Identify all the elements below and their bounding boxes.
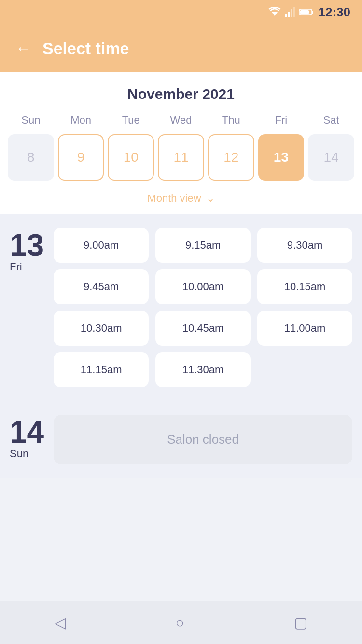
time-slot-930am[interactable]: 9.30am <box>257 228 352 263</box>
svg-rect-6 <box>312 11 313 14</box>
time-slot-1115am[interactable]: 11.15am <box>54 352 149 387</box>
salon-closed-message: Salon closed <box>54 415 352 464</box>
wifi-icon <box>268 7 281 17</box>
day-14-number: 14 <box>10 417 44 448</box>
day-cell-9[interactable]: 9 <box>58 134 104 181</box>
day-header-thu: Thu <box>208 114 254 130</box>
svg-marker-0 <box>272 12 278 16</box>
page-title: Select time <box>42 39 129 58</box>
chevron-down-icon: ⌄ <box>206 192 215 205</box>
day-14-label-block: 14 Sun <box>10 415 44 460</box>
day-13-label-block: 13 Fri <box>10 228 44 273</box>
time-slot-1100am[interactable]: 11.00am <box>257 311 352 346</box>
month-year-title: November 2021 <box>8 86 354 102</box>
status-icons <box>268 7 314 17</box>
day-cell-11[interactable]: 11 <box>158 134 204 181</box>
svg-rect-4 <box>293 7 295 17</box>
calendar-section: November 2021 Sun Mon Tue Wed Thu Fri Sa… <box>0 72 362 214</box>
time-slot-1015am[interactable]: 10.15am <box>257 269 352 304</box>
day-header-sat: Sat <box>308 114 354 130</box>
day-cell-13[interactable]: 13 <box>258 134 305 181</box>
time-slot-1000am[interactable]: 10.00am <box>155 269 251 304</box>
day-14-name: Sun <box>10 448 28 460</box>
time-slot-1130am[interactable]: 11.30am <box>155 352 251 387</box>
month-view-toggle[interactable]: Month view ⌄ <box>8 188 354 207</box>
status-time: 12:30 <box>319 5 351 20</box>
day-14-section: 14 Sun Salon closed <box>0 401 362 478</box>
time-slots-grid-13: 9.00am 9.15am 9.30am 9.45am 10.00am 10.1… <box>54 228 352 387</box>
time-slot-945am[interactable]: 9.45am <box>54 269 149 304</box>
day-header-fri: Fri <box>258 114 305 130</box>
back-button[interactable]: ← <box>15 41 31 56</box>
day-13-content-row: 13 Fri 9.00am 9.15am 9.30am 9.45am 10.00… <box>10 228 352 387</box>
bottom-nav: ◁ ○ ▢ <box>0 601 362 644</box>
day-header-wed: Wed <box>158 114 204 130</box>
svg-rect-1 <box>285 14 287 17</box>
signal-icon <box>285 7 295 17</box>
svg-rect-7 <box>300 10 309 14</box>
day-cell-12[interactable]: 12 <box>208 134 254 181</box>
day-14-content-row: 14 Sun Salon closed <box>10 415 352 464</box>
day-13-number: 13 <box>10 230 44 261</box>
day-cell-8[interactable]: 8 <box>8 134 54 181</box>
time-slot-900am[interactable]: 9.00am <box>54 228 149 263</box>
battery-icon <box>299 8 314 16</box>
status-bar: 12:30 <box>0 0 362 24</box>
day-13-section: 13 Fri 9.00am 9.15am 9.30am 9.45am 10.00… <box>0 214 362 401</box>
recent-nav-icon[interactable]: ▢ <box>294 614 307 631</box>
day-header-tue: Tue <box>108 114 154 130</box>
back-nav-icon[interactable]: ◁ <box>55 614 66 631</box>
home-nav-icon[interactable]: ○ <box>175 615 184 631</box>
time-slot-915am[interactable]: 9.15am <box>155 228 251 263</box>
time-slot-1045am[interactable]: 10.45am <box>155 311 251 346</box>
time-slot-1030am[interactable]: 10.30am <box>54 311 149 346</box>
header: ← Select time <box>0 24 362 72</box>
calendar-grid: Sun Mon Tue Wed Thu Fri Sat 8 9 10 11 12… <box>8 114 354 181</box>
day-cell-14[interactable]: 14 <box>308 134 354 181</box>
day-header-mon: Mon <box>58 114 104 130</box>
month-view-label: Month view <box>147 192 201 205</box>
svg-rect-2 <box>288 12 290 17</box>
day-13-name: Fri <box>10 261 22 273</box>
day-cell-10[interactable]: 10 <box>108 134 154 181</box>
day-header-sun: Sun <box>8 114 54 130</box>
svg-rect-3 <box>291 9 292 17</box>
